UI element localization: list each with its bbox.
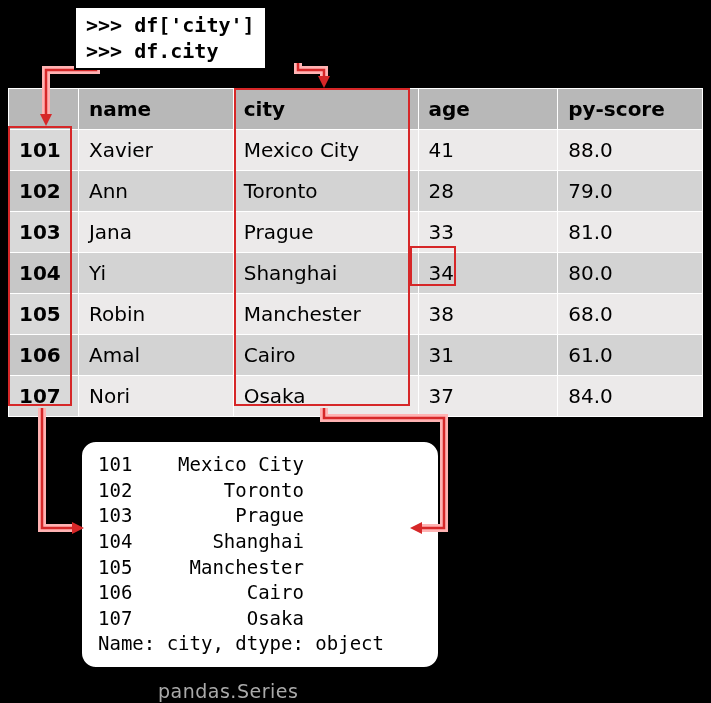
table-row: 101XavierMexico City4188.0 — [9, 130, 703, 171]
table-row: 102AnnToronto2879.0 — [9, 171, 703, 212]
cell-index: 107 — [9, 376, 79, 417]
cell-name: Nori — [78, 376, 233, 417]
series-line: 104 Shanghai — [98, 529, 422, 555]
cell-name: Ann — [78, 171, 233, 212]
series-line: 101 Mexico City — [98, 452, 422, 478]
series-caption: pandas.Series — [158, 680, 298, 702]
table-row: 106AmalCairo3161.0 — [9, 335, 703, 376]
cell-index: 101 — [9, 130, 79, 171]
cell-age: 38 — [418, 294, 558, 335]
table-header-row: name city age py-score — [9, 89, 703, 130]
table-row: 104YiShanghai3480.0 — [9, 253, 703, 294]
cell-pyscore: 81.0 — [558, 212, 703, 253]
header-index — [9, 89, 79, 130]
cell-index: 106 — [9, 335, 79, 376]
cell-age: 28 — [418, 171, 558, 212]
cell-city: Mexico City — [233, 130, 418, 171]
series-line: 103 Prague — [98, 503, 422, 529]
cell-city: Manchester — [233, 294, 418, 335]
series-line: 102 Toronto — [98, 478, 422, 504]
table-row: 107NoriOsaka3784.0 — [9, 376, 703, 417]
cell-index: 105 — [9, 294, 79, 335]
code-line-1: >>> df['city'] — [86, 12, 255, 38]
header-pyscore: py-score — [558, 89, 703, 130]
series-line: 106 Cairo — [98, 580, 422, 606]
series-line: 105 Manchester — [98, 555, 422, 581]
cell-city: Toronto — [233, 171, 418, 212]
series-line: 107 Osaka — [98, 606, 422, 632]
cell-name: Robin — [78, 294, 233, 335]
cell-name: Jana — [78, 212, 233, 253]
cell-pyscore: 80.0 — [558, 253, 703, 294]
cell-pyscore: 68.0 — [558, 294, 703, 335]
cell-name: Xavier — [78, 130, 233, 171]
cell-pyscore: 84.0 — [558, 376, 703, 417]
dataframe-table: name city age py-score 101XavierMexico C… — [8, 88, 703, 417]
code-snippet-box: >>> df['city'] >>> df.city — [74, 6, 267, 70]
cell-age: 34 — [418, 253, 558, 294]
cell-age: 33 — [418, 212, 558, 253]
cell-index: 102 — [9, 171, 79, 212]
cell-pyscore: 88.0 — [558, 130, 703, 171]
cell-pyscore: 79.0 — [558, 171, 703, 212]
cell-age: 37 — [418, 376, 558, 417]
cell-city: Prague — [233, 212, 418, 253]
cell-city: Osaka — [233, 376, 418, 417]
cell-index: 103 — [9, 212, 79, 253]
cell-city: Cairo — [233, 335, 418, 376]
cell-name: Yi — [78, 253, 233, 294]
table-row: 103JanaPrague3381.0 — [9, 212, 703, 253]
header-city: city — [233, 89, 418, 130]
series-output-box: 101 Mexico City102 Toronto103 Prague104 … — [80, 440, 440, 669]
header-name: name — [78, 89, 233, 130]
cell-pyscore: 61.0 — [558, 335, 703, 376]
cell-city: Shanghai — [233, 253, 418, 294]
header-age: age — [418, 89, 558, 130]
cell-name: Amal — [78, 335, 233, 376]
cell-age: 41 — [418, 130, 558, 171]
code-line-2: >>> df.city — [86, 38, 255, 64]
cell-index: 104 — [9, 253, 79, 294]
series-footer: Name: city, dtype: object — [98, 631, 422, 657]
cell-age: 31 — [418, 335, 558, 376]
svg-marker-1 — [318, 76, 330, 88]
table-row: 105RobinManchester3868.0 — [9, 294, 703, 335]
series-lines: 101 Mexico City102 Toronto103 Prague104 … — [98, 452, 422, 631]
